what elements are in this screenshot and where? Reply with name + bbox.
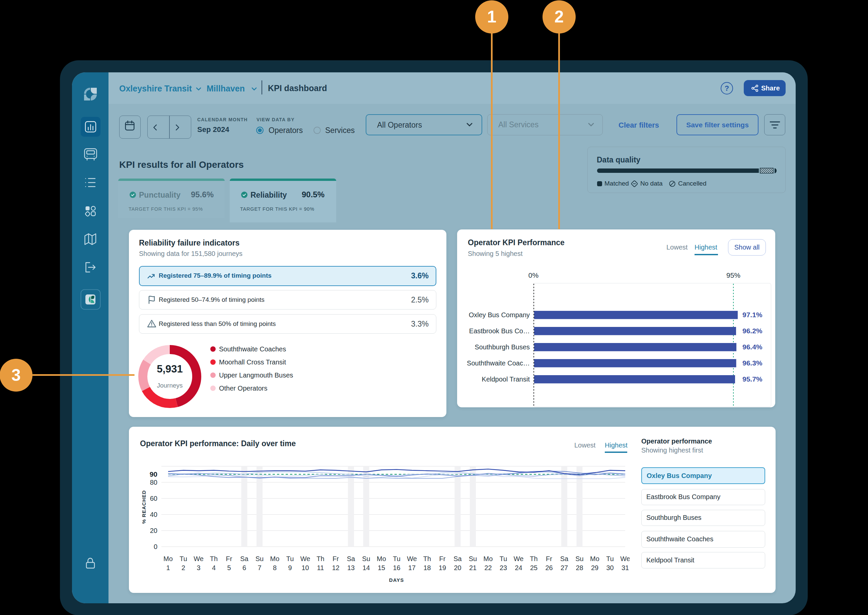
- svg-text:We: We: [407, 555, 417, 562]
- svg-text:Fr: Fr: [439, 555, 446, 562]
- svg-text:11: 11: [317, 564, 324, 571]
- svg-text:Sa: Sa: [347, 555, 355, 562]
- svg-text:Mo: Mo: [270, 555, 280, 562]
- svg-text:Fr: Fr: [332, 555, 339, 562]
- svg-text:6: 6: [242, 564, 246, 571]
- svg-text:22: 22: [484, 564, 492, 571]
- svg-text:29: 29: [591, 564, 598, 571]
- svg-text:12: 12: [332, 564, 339, 571]
- svg-text:Th: Th: [530, 555, 538, 562]
- svg-text:9: 9: [288, 564, 292, 571]
- svg-text:Fr: Fr: [226, 555, 232, 562]
- svg-text:Su: Su: [256, 555, 263, 562]
- svg-text:Su: Su: [575, 555, 583, 562]
- svg-text:Tu: Tu: [393, 555, 400, 562]
- svg-text:30: 30: [606, 564, 614, 571]
- svg-text:20: 20: [454, 564, 461, 571]
- svg-text:Th: Th: [210, 555, 218, 562]
- svg-text:Tu: Tu: [606, 555, 614, 562]
- svg-text:Tu: Tu: [179, 555, 187, 562]
- svg-text:Mo: Mo: [483, 555, 493, 562]
- svg-text:25: 25: [530, 564, 538, 571]
- svg-text:Su: Su: [469, 555, 477, 562]
- svg-text:We: We: [301, 555, 310, 562]
- svg-text:7: 7: [257, 564, 261, 571]
- svg-text:Th: Th: [316, 555, 324, 562]
- svg-text:Tu: Tu: [500, 555, 507, 562]
- svg-text:We: We: [620, 555, 630, 562]
- svg-text:31: 31: [622, 564, 629, 571]
- svg-text:24: 24: [515, 564, 522, 571]
- svg-text:Sa: Sa: [560, 555, 569, 562]
- svg-text:14: 14: [362, 564, 370, 571]
- svg-text:1: 1: [166, 564, 170, 571]
- svg-text:18: 18: [423, 564, 431, 571]
- svg-text:28: 28: [576, 564, 583, 571]
- svg-text:Sa: Sa: [453, 555, 462, 562]
- svg-text:We: We: [193, 555, 204, 562]
- svg-text:Mo: Mo: [164, 555, 173, 562]
- svg-text:4: 4: [212, 564, 216, 571]
- svg-text:17: 17: [408, 564, 416, 571]
- svg-text:15: 15: [378, 564, 385, 571]
- svg-text:23: 23: [500, 564, 507, 571]
- svg-text:2: 2: [181, 564, 185, 571]
- svg-text:Tu: Tu: [286, 555, 294, 562]
- svg-text:5: 5: [227, 564, 231, 571]
- svg-text:Sa: Sa: [240, 555, 248, 562]
- svg-text:21: 21: [469, 564, 477, 571]
- svg-text:10: 10: [301, 564, 309, 571]
- svg-text:Mo: Mo: [590, 555, 600, 562]
- svg-text:We: We: [514, 555, 524, 562]
- svg-text:26: 26: [545, 564, 553, 571]
- svg-text:16: 16: [393, 564, 400, 571]
- svg-text:8: 8: [273, 564, 277, 571]
- svg-text:Th: Th: [423, 555, 431, 562]
- svg-text:19: 19: [439, 564, 446, 571]
- svg-text:3: 3: [196, 564, 200, 571]
- svg-text:Fr: Fr: [546, 555, 552, 562]
- svg-text:Su: Su: [362, 555, 370, 562]
- svg-text:13: 13: [347, 564, 355, 571]
- svg-text:27: 27: [561, 564, 568, 571]
- svg-text:Mo: Mo: [377, 555, 386, 562]
